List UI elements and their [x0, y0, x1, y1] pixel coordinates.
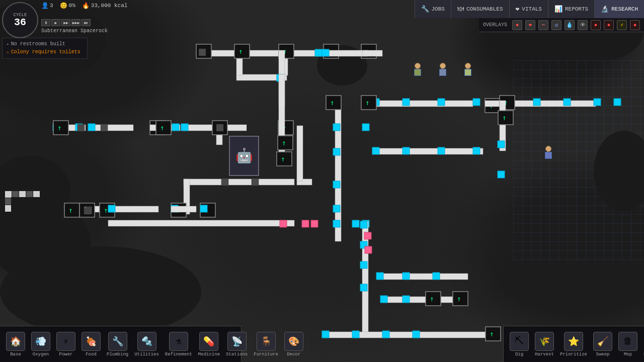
tool-icon-7: 💊	[199, 332, 218, 351]
notif-item-1: • No restrooms built	[7, 40, 83, 48]
right-tool-mop[interactable]: 🗑 Mop	[616, 331, 639, 358]
tool-furniture[interactable]: 🪑 Furniture	[252, 331, 280, 358]
tool-icon-9: 🪑	[257, 332, 276, 351]
right-tool-harvest[interactable]: 🌾 Harvest	[533, 331, 556, 358]
stress-icon: 😊	[60, 2, 67, 9]
tool-stations[interactable]: 📡 Stations	[224, 331, 250, 358]
game-world[interactable]: 🤖	[0, 0, 644, 362]
right-tool-icon-2: ⭐	[564, 332, 583, 351]
right-tool-icon-0: ⛏	[510, 332, 529, 351]
overlay-btn-7[interactable]: ●	[591, 20, 601, 30]
bottom-toolbar: 🏠 Base 💨 Oxygen ⚡ Power 🍖 Food 🔧 Plumbin…	[0, 326, 242, 362]
right-tool-icon-3: 🧹	[593, 332, 612, 351]
consumables-btn[interactable]: 🍽 CONSUMABLES	[451, 0, 509, 18]
right-tool-label-1: Harvest	[535, 352, 554, 357]
tool-label-9: Furniture	[254, 352, 278, 357]
right-tool-deconstruct[interactable]: 💣 Deconstruct	[641, 331, 644, 358]
overlay-btn-8[interactable]: ●	[604, 20, 614, 30]
tool-label-2: Power	[59, 352, 72, 357]
tool-refinement[interactable]: ⚗ Refinement	[163, 331, 194, 358]
overlays-label: OVERLAYS	[483, 22, 507, 28]
right-tool-icon-4: 🗑	[618, 332, 637, 351]
vitals-icon: ❤	[516, 5, 520, 13]
vitals-btn[interactable]: ❤ VITALS	[509, 0, 548, 18]
tool-icon-5: 🔩	[137, 332, 156, 351]
duplicants-icon: 👤	[41, 2, 48, 9]
tool-label-0: Base	[10, 352, 21, 357]
right-tool-dig[interactable]: ⛏ Dig	[508, 331, 531, 358]
notif-text-2: Colony requires toilets	[11, 48, 80, 56]
playback-controls: ⏸ ▶ ▶▶ ▶▶▶ ⏭	[41, 19, 91, 26]
overlays-bar: OVERLAYS ● ❤ ✂ ↺ 💧 👁 ● ● ⚡ ●	[479, 18, 644, 32]
duplicants-stat: 👤 3	[41, 2, 53, 9]
tool-decor[interactable]: 🎨 Decor	[282, 331, 305, 358]
tool-icon-8: 📡	[227, 332, 247, 351]
play2-btn[interactable]: ▶▶	[61, 19, 70, 26]
notif-dot-1: •	[7, 41, 9, 48]
notif-text-1: No restrooms built	[11, 40, 65, 48]
duplicant-sprite	[543, 146, 553, 160]
tool-medicine[interactable]: 💊 Medicine	[196, 331, 222, 358]
tool-plumbing[interactable]: 🔧 Plumbing	[105, 331, 130, 358]
overlay-btn-2[interactable]: ❤	[525, 20, 535, 30]
reports-btn[interactable]: 📊 REPORTS	[548, 0, 594, 18]
calories-value: 33,000 kcal	[91, 3, 128, 9]
next-btn[interactable]: ⏭	[82, 19, 91, 26]
grid-overlay	[513, 60, 644, 261]
tool-icon-3: 🍖	[82, 332, 101, 351]
reports-icon: 📊	[554, 5, 562, 13]
duplicant-sprite	[413, 63, 423, 77]
overlay-btn-4[interactable]: ↺	[551, 20, 561, 30]
jobs-icon: 🔧	[421, 5, 429, 13]
tool-oxygen[interactable]: 💨 Oxygen	[29, 331, 52, 358]
overlay-btn-5[interactable]: 💧	[565, 20, 575, 30]
right-tool-label-2: Prioritize	[560, 352, 587, 357]
duplicant-sprite	[463, 63, 473, 77]
tool-food[interactable]: 🍖 Food	[79, 331, 103, 358]
tool-base[interactable]: 🏠 Base	[4, 331, 27, 358]
bottom-right-toolbar: ⛏ Dig 🌾 Harvest ⭐ Prioritize 🧹 Sweep 🗑 M…	[503, 326, 644, 362]
right-tool-prioritize[interactable]: ⭐ Prioritize	[558, 331, 589, 358]
location-name: Subterranean Spacerock	[41, 28, 108, 34]
tool-utilities[interactable]: 🔩 Utilities	[132, 331, 161, 358]
stats-bar: 👤 3 😊 0% 🔥 33,000 kcal	[41, 2, 127, 9]
notifications-panel: • No restrooms built ⚠ Colony requires t…	[2, 38, 88, 59]
stress-stat: 😊 0%	[60, 2, 75, 9]
play-btn[interactable]: ▶	[51, 19, 60, 26]
tool-icon-10: 🎨	[284, 332, 303, 351]
overlay-btn-3[interactable]: ✂	[538, 20, 548, 30]
notif-warn-icon: ⚠	[7, 49, 9, 56]
nav-menu: 🔧 JOBS 🍽 CONSUMABLES ❤ VITALS 📊 REPORTS …	[415, 0, 645, 18]
tool-icon-4: 🔧	[108, 332, 127, 351]
overlay-btn-1[interactable]: ●	[512, 20, 522, 30]
duplicants-value: 3	[50, 3, 53, 9]
tool-label-10: Decor	[287, 352, 300, 357]
cycle-box: Cycle 36	[2, 2, 38, 38]
play3-btn[interactable]: ▶▶▶	[71, 19, 80, 26]
calories-icon: 🔥	[83, 2, 90, 9]
tool-label-8: Stations	[226, 352, 248, 357]
tool-power[interactable]: ⚡ Power	[54, 331, 77, 358]
machine-sprite: 🤖	[229, 136, 259, 176]
research-icon: 🔬	[601, 5, 609, 13]
right-tool-sweep[interactable]: 🧹 Sweep	[591, 331, 614, 358]
tool-label-1: Oxygen	[33, 352, 49, 357]
tool-icon-2: ⚡	[56, 332, 75, 351]
stress-value: 0%	[69, 3, 75, 9]
research-btn[interactable]: 🔬 RESEARCH	[594, 0, 644, 18]
tool-label-4: Plumbing	[107, 352, 128, 357]
jobs-btn[interactable]: 🔧 JOBS	[415, 0, 451, 18]
tool-icon-0: 🏠	[6, 332, 25, 351]
tool-icon-1: 💨	[31, 332, 50, 351]
overlay-btn-9[interactable]: ⚡	[617, 20, 627, 30]
tool-label-7: Medicine	[198, 352, 220, 357]
notif-item-2[interactable]: ⚠ Colony requires toilets	[7, 48, 83, 56]
tool-icon-6: ⚗	[169, 332, 188, 351]
cycle-number: 36	[14, 18, 26, 28]
pause-btn[interactable]: ⏸	[41, 19, 50, 26]
tool-label-5: Utilities	[134, 352, 159, 357]
tool-label-3: Food	[86, 352, 97, 357]
overlay-btn-6[interactable]: 👁	[578, 20, 588, 30]
overlay-btn-10[interactable]: ●	[630, 20, 640, 30]
duplicant-sprite	[438, 63, 448, 77]
